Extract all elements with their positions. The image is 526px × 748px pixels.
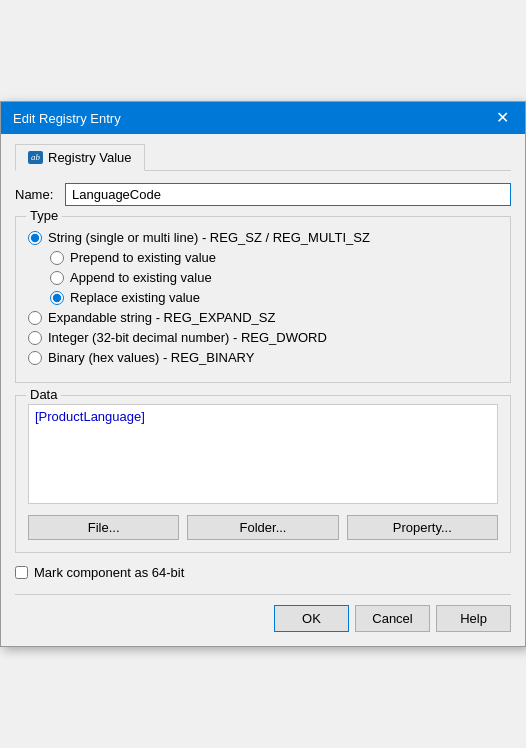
- name-label: Name:: [15, 187, 65, 202]
- help-button[interactable]: Help: [436, 605, 511, 632]
- tab-icon: ab: [28, 151, 43, 164]
- radio-row-replace: Replace existing value: [50, 290, 498, 305]
- radio-row-expandable: Expandable string - REG_EXPAND_SZ: [28, 310, 498, 325]
- radio-binary[interactable]: [28, 351, 42, 365]
- file-button[interactable]: File...: [28, 515, 179, 540]
- footer-buttons: OK Cancel Help: [15, 594, 511, 632]
- type-legend: Type: [26, 208, 62, 223]
- radio-row-binary: Binary (hex values) - REG_BINARY: [28, 350, 498, 365]
- data-buttons: File... Folder... Property...: [28, 515, 498, 540]
- radio-expandable-label[interactable]: Expandable string - REG_EXPAND_SZ: [48, 310, 275, 325]
- radio-string-label[interactable]: String (single or multi line) - REG_SZ /…: [48, 230, 370, 245]
- dialog-title: Edit Registry Entry: [13, 111, 121, 126]
- edit-registry-dialog: Edit Registry Entry ✕ ab Registry Value …: [0, 101, 526, 647]
- radio-prepend[interactable]: [50, 251, 64, 265]
- name-row: Name:: [15, 183, 511, 206]
- radio-expandable[interactable]: [28, 311, 42, 325]
- name-input[interactable]: [65, 183, 511, 206]
- folder-button[interactable]: Folder...: [187, 515, 338, 540]
- dialog-body: ab Registry Value Name: Type String (sin…: [1, 134, 525, 646]
- registry-value-tab[interactable]: ab Registry Value: [15, 144, 145, 171]
- ok-button[interactable]: OK: [274, 605, 349, 632]
- radio-row-integer: Integer (32-bit decimal number) - REG_DW…: [28, 330, 498, 345]
- mark-64bit-label[interactable]: Mark component as 64-bit: [34, 565, 184, 580]
- radio-append-label[interactable]: Append to existing value: [70, 270, 212, 285]
- data-legend: Data: [26, 387, 61, 402]
- data-section: Data [ProductLanguage] File... Folder...…: [15, 395, 511, 553]
- checkbox-row: Mark component as 64-bit: [15, 565, 511, 580]
- close-button[interactable]: ✕: [492, 110, 513, 126]
- radio-row-append: Append to existing value: [50, 270, 498, 285]
- title-bar: Edit Registry Entry ✕: [1, 102, 525, 134]
- radio-row-prepend: Prepend to existing value: [50, 250, 498, 265]
- radio-binary-label[interactable]: Binary (hex values) - REG_BINARY: [48, 350, 254, 365]
- radio-replace-label[interactable]: Replace existing value: [70, 290, 200, 305]
- mark-64bit-checkbox[interactable]: [15, 566, 28, 579]
- type-section: Type String (single or multi line) - REG…: [15, 216, 511, 383]
- property-button[interactable]: Property...: [347, 515, 498, 540]
- radio-integer-label[interactable]: Integer (32-bit decimal number) - REG_DW…: [48, 330, 327, 345]
- data-textarea[interactable]: [ProductLanguage]: [28, 404, 498, 504]
- radio-integer[interactable]: [28, 331, 42, 345]
- radio-prepend-label[interactable]: Prepend to existing value: [70, 250, 216, 265]
- radio-string[interactable]: [28, 231, 42, 245]
- radio-replace[interactable]: [50, 291, 64, 305]
- radio-row-string: String (single or multi line) - REG_SZ /…: [28, 230, 498, 245]
- tab-bar: ab Registry Value: [15, 144, 511, 171]
- radio-append[interactable]: [50, 271, 64, 285]
- cancel-button[interactable]: Cancel: [355, 605, 430, 632]
- tab-label: Registry Value: [48, 150, 132, 165]
